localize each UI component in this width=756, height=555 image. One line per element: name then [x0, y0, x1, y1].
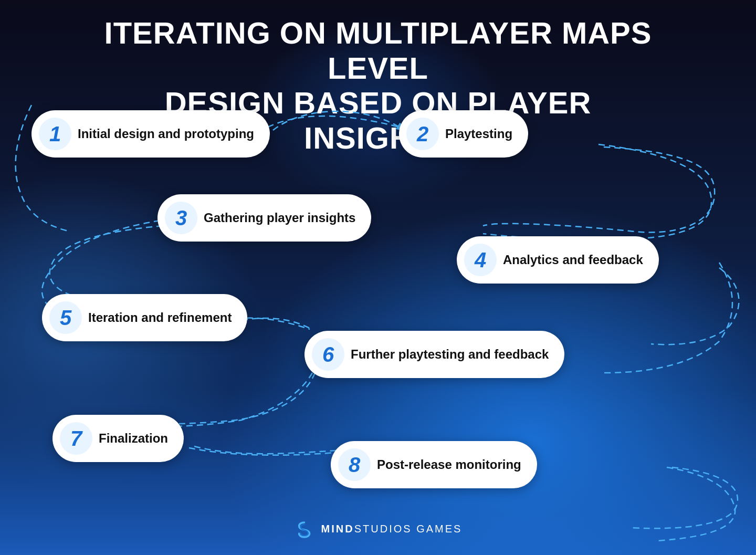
logo: MINDSTUDIOS GAMES [294, 518, 463, 539]
step-6: 6 Further playtesting and feedback [304, 331, 564, 378]
step-4: 4 Analytics and feedback [457, 236, 659, 284]
step-2-label: Playtesting [445, 127, 512, 141]
logo-icon [294, 518, 315, 539]
step-2-number: 2 [406, 118, 439, 150]
step-7-number: 7 [60, 422, 92, 455]
step-1-label: Initial design and prototyping [78, 127, 254, 141]
step-7-label: Finalization [99, 431, 168, 446]
step-6-number: 6 [312, 338, 344, 371]
page-container: ITERATING ON MULTIPLAYER MAPS LEVEL DESI… [0, 0, 756, 555]
step-4-number: 4 [464, 244, 497, 276]
step-8: 8 Post-release monitoring [331, 441, 537, 488]
step-1: 1 Initial design and prototyping [32, 110, 270, 158]
step-8-label: Post-release monitoring [377, 457, 521, 472]
step-6-label: Further playtesting and feedback [351, 347, 549, 362]
step-8-number: 8 [338, 448, 371, 481]
step-3: 3 Gathering player insights [158, 194, 371, 242]
step-5-label: Iteration and refinement [88, 310, 232, 325]
step-1-number: 1 [39, 118, 71, 150]
step-3-number: 3 [165, 202, 197, 234]
step-7: 7 Finalization [52, 415, 184, 462]
step-5: 5 Iteration and refinement [42, 294, 247, 341]
logo-text: MINDSTUDIOS GAMES [321, 523, 463, 535]
step-2: 2 Playtesting [399, 110, 528, 158]
step-3-label: Gathering player insights [204, 211, 355, 225]
step-4-label: Analytics and feedback [503, 253, 643, 267]
step-5-number: 5 [49, 301, 82, 334]
